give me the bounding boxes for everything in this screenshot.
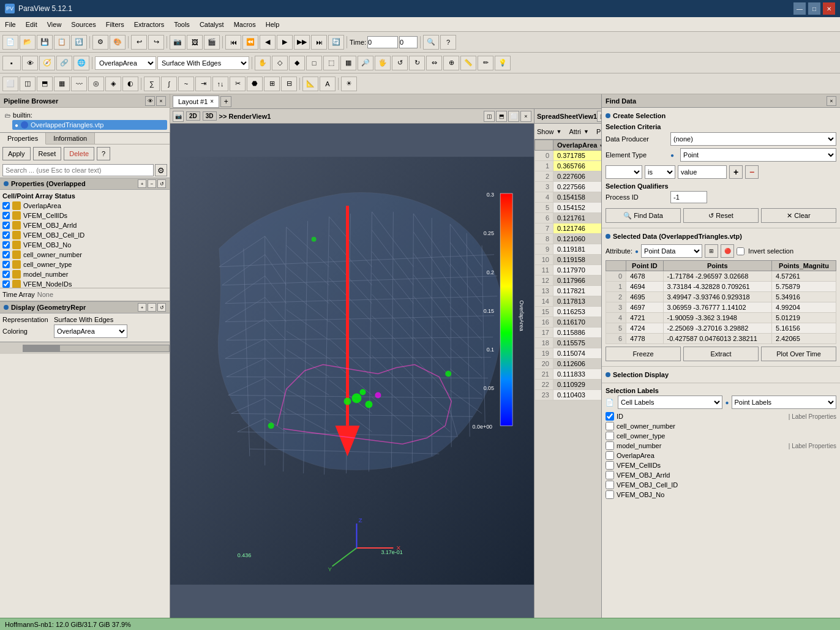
save-button[interactable]: 💾 bbox=[37, 35, 53, 50]
integrate-button[interactable]: ∫ bbox=[161, 77, 177, 91]
ruler-button[interactable]: 📐 bbox=[302, 77, 318, 91]
array-vfem-cellid-checkbox[interactable] bbox=[2, 231, 10, 239]
table-row[interactable]: 12 0.117966 10978 31 bbox=[535, 276, 602, 286]
render-close[interactable]: × bbox=[520, 111, 531, 122]
table-row[interactable]: 13 0.117821 9305 31 bbox=[535, 286, 602, 296]
camera-button[interactable]: 📷 bbox=[170, 35, 186, 50]
table-row[interactable]: 1 0.365766 9891 31 bbox=[535, 161, 602, 171]
loop-button[interactable]: 🔄 bbox=[328, 35, 344, 50]
data-table-container[interactable]: OverlapArea ▼ VFEM_CellIDs VFEM_OBJ_A 0 … bbox=[534, 140, 601, 618]
criteria-op-select[interactable]: is bbox=[645, 165, 675, 179]
new-view-button[interactable]: ⬜ bbox=[2, 77, 18, 91]
attr-grid-btn[interactable]: ⊞ bbox=[705, 244, 718, 258]
threshold-button[interactable]: ◐ bbox=[122, 77, 138, 91]
search-settings-button[interactable]: ⚙ bbox=[155, 164, 167, 176]
array-cell-owner-type-checkbox[interactable] bbox=[2, 261, 10, 268]
sel-col-points[interactable]: Points bbox=[663, 261, 771, 271]
apply-button[interactable]: Apply bbox=[2, 147, 31, 160]
find-panel-close[interactable]: × bbox=[827, 96, 836, 106]
ungroup-button[interactable]: ⊟ bbox=[281, 77, 297, 91]
redo-button[interactable]: ↪ bbox=[148, 35, 164, 50]
array-vfem-no-checkbox[interactable] bbox=[2, 241, 10, 249]
nav-button[interactable]: 🧭 bbox=[39, 56, 55, 70]
settings-button[interactable]: ⚙ bbox=[92, 35, 108, 50]
color-settings-button[interactable]: 🎨 bbox=[110, 35, 126, 50]
attribute-select[interactable]: Point Data bbox=[641, 244, 702, 258]
disp-ctrl-2[interactable]: − bbox=[148, 303, 156, 312]
selected-table-row[interactable]: 6 4778 -0.427587 0.0476013 2.38211 2.420… bbox=[606, 334, 836, 344]
array-vfem-nodeids-checkbox[interactable] bbox=[2, 280, 10, 288]
table-row[interactable]: 15 0.116253 10470 31 bbox=[535, 307, 602, 317]
next-step-button[interactable]: ▶▶ bbox=[294, 35, 310, 50]
sun-button[interactable]: ☀ bbox=[341, 77, 357, 91]
table-row[interactable]: 17 0.115886 10964 31 bbox=[535, 328, 602, 338]
point-labels-select[interactable]: Point Labels bbox=[732, 396, 836, 409]
table-row[interactable]: 18 0.115575 9910 31 bbox=[535, 338, 602, 348]
array-cell-owner-num-checkbox[interactable] bbox=[2, 251, 10, 258]
table-row[interactable]: 21 0.111833 9989 31 bbox=[535, 369, 602, 380]
selected-table-row[interactable]: 1 4694 3.73184 -4.32828 0.709261 5.75879 bbox=[606, 282, 836, 292]
globe-button[interactable]: 🌐 bbox=[73, 56, 89, 70]
coloring-select[interactable]: OverlapArea bbox=[95, 56, 156, 70]
table-row[interactable]: 6 0.121761 10485 31 bbox=[535, 213, 602, 223]
label-model-num-checkbox[interactable] bbox=[606, 441, 614, 450]
light-button[interactable]: 💡 bbox=[495, 56, 511, 70]
attr-col-btn[interactable]: 🔴 bbox=[721, 244, 734, 258]
move-pt-button[interactable]: ⇔ bbox=[426, 56, 442, 70]
selected-table-row[interactable]: 4 4721 -1.90059 -3.362 3.1948 5.01219 bbox=[606, 313, 836, 323]
load-state-button[interactable]: 🔃 bbox=[71, 35, 87, 50]
split-h-button[interactable]: ◫ bbox=[20, 77, 36, 91]
close-button[interactable]: ✕ bbox=[823, 2, 835, 15]
calc-button[interactable]: ∑ bbox=[144, 77, 160, 91]
prop-scroll-thumb[interactable] bbox=[23, 345, 60, 351]
render-split-v[interactable]: ⬒ bbox=[496, 111, 507, 122]
clip-button[interactable]: ✂ bbox=[230, 77, 246, 91]
isosurface-button[interactable]: ◎ bbox=[88, 77, 104, 91]
selected-table-row[interactable]: 5 4724 -2.25069 -3.27016 3.29882 5.16156 bbox=[606, 323, 836, 334]
cell-labels-select[interactable]: Cell Labels bbox=[618, 396, 722, 409]
menu-edit[interactable]: Edit bbox=[21, 20, 42, 29]
menu-tools[interactable]: Tools bbox=[169, 20, 195, 29]
table-row[interactable]: 23 0.110403 10942 31 bbox=[535, 390, 602, 400]
array-vfem-arrld-checkbox[interactable] bbox=[2, 222, 10, 229]
data-producer-select[interactable]: (none) bbox=[670, 132, 836, 146]
selected-table-row[interactable]: 3 4697 3.06959 -3.76777 1.14102 4.99204 bbox=[606, 302, 836, 313]
group-button[interactable]: ⊞ bbox=[264, 77, 280, 91]
annotate-button[interactable]: ✏ bbox=[478, 56, 493, 70]
label-vfem-no-checkbox[interactable] bbox=[606, 490, 614, 499]
table-row[interactable]: 2 0.227606 9397 31 bbox=[535, 171, 602, 182]
menu-macros[interactable]: Macros bbox=[229, 20, 261, 29]
menu-help[interactable]: Help bbox=[261, 20, 285, 29]
tab-properties[interactable]: Properties bbox=[0, 133, 46, 144]
record-button[interactable]: 🎬 bbox=[204, 35, 220, 50]
active-var-button[interactable]: ▪ bbox=[2, 56, 21, 70]
search-toolbar-button[interactable]: 🔍 bbox=[423, 35, 439, 50]
contour-button[interactable]: 〰 bbox=[71, 77, 87, 91]
array-vfem-cellids-checkbox[interactable] bbox=[2, 212, 10, 219]
time-value-input[interactable] bbox=[367, 36, 398, 48]
zoom-button[interactable]: 🔎 bbox=[358, 56, 373, 70]
play-button[interactable]: ▶ bbox=[277, 35, 293, 50]
plot-over-time-button[interactable]: Plot Over Time bbox=[761, 347, 836, 361]
delete-button[interactable]: Delete bbox=[64, 147, 94, 160]
table-row[interactable]: 16 0.116170 9416 31 bbox=[535, 317, 602, 328]
render-view-camera-button[interactable]: 📷 bbox=[173, 111, 184, 122]
annotate2-button[interactable]: A bbox=[320, 77, 336, 91]
pick-button[interactable]: ⊕ bbox=[443, 56, 459, 70]
disp-ctrl-1[interactable]: + bbox=[138, 303, 146, 312]
help-button[interactable]: ? bbox=[97, 147, 110, 160]
select-frustum-button[interactable]: ⬚ bbox=[323, 56, 339, 70]
menu-extractors[interactable]: Extractors bbox=[129, 20, 170, 29]
label-vfem-arrld-checkbox[interactable] bbox=[606, 471, 614, 479]
table-row[interactable]: 8 0.121060 9553 31 bbox=[535, 234, 602, 244]
table-row[interactable]: 10 0.119158 10979 31 bbox=[535, 255, 602, 265]
open-button[interactable]: 📂 bbox=[20, 35, 36, 50]
eye-button[interactable]: 👁 bbox=[22, 56, 38, 70]
label-vfem-cellids-checkbox[interactable] bbox=[606, 461, 614, 470]
label-cell-owner-num-checkbox[interactable] bbox=[606, 422, 614, 430]
reset-button[interactable]: Reset bbox=[33, 147, 62, 160]
table-row[interactable]: 7 0.121746 9306 31 bbox=[535, 223, 602, 234]
label-cell-owner-type-checkbox[interactable] bbox=[606, 432, 614, 440]
label-vfem-cellid-checkbox[interactable] bbox=[606, 481, 614, 489]
freeze-button[interactable]: Freeze bbox=[606, 347, 681, 361]
